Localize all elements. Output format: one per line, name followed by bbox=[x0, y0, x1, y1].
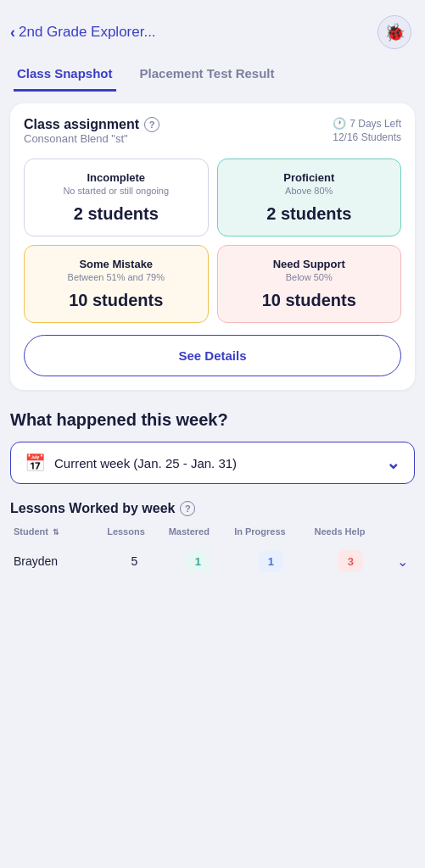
app-header: ‹ 2nd Grade Explorer... 🐞 bbox=[0, 0, 425, 59]
tab-bar: Class Snapshot Placement Test Result bbox=[0, 59, 425, 92]
stat-value-need-support: 10 students bbox=[228, 291, 391, 310]
back-label: 2nd Grade Explorer... bbox=[19, 24, 156, 41]
table-body: Brayden 5 1 1 3 ⌄ bbox=[10, 543, 415, 579]
assignment-card: Class assignment ? Consonant Blend "st" … bbox=[10, 103, 415, 390]
students-count: 12/16 Students bbox=[333, 131, 401, 143]
main-content: Class assignment ? Consonant Blend "st" … bbox=[0, 92, 425, 596]
lessons-help-icon[interactable]: ? bbox=[180, 501, 195, 516]
cell-in-progress: 1 bbox=[231, 543, 310, 579]
week-label: Current week (Jan. 25 - Jan. 31) bbox=[54, 456, 377, 470]
stats-grid: Incomplete No started or still ongoing 2… bbox=[24, 159, 401, 323]
assignment-subtitle: Consonant Blend "st" bbox=[24, 132, 159, 145]
stat-sublabel-proficient: Above 80% bbox=[228, 186, 391, 196]
stat-value-incomplete: 2 students bbox=[35, 204, 198, 224]
row-chevron-icon: ⌄ bbox=[397, 554, 408, 569]
assignment-meta: 🕐 7 Days Left 12/16 Students bbox=[333, 117, 401, 143]
avatar-emoji: 🐞 bbox=[384, 22, 405, 42]
assignment-header: Class assignment ? Consonant Blend "st" … bbox=[24, 117, 401, 157]
stat-card-incomplete: Incomplete No started or still ongoing 2… bbox=[24, 159, 209, 236]
stat-card-some-mistake: Some Mistake Between 51% and 79% 10 stud… bbox=[24, 245, 209, 323]
stat-value-some-mistake: 10 students bbox=[35, 291, 198, 310]
badge-needs-help: 3 bbox=[338, 550, 363, 572]
help-icon[interactable]: ? bbox=[144, 117, 159, 132]
badge-in-progress: 1 bbox=[258, 550, 283, 572]
cell-needs-help: 3 bbox=[311, 543, 391, 579]
week-selector[interactable]: 📅 Current week (Jan. 25 - Jan. 31) ⌄ bbox=[10, 442, 415, 484]
stat-sublabel-some-mistake: Between 51% and 79% bbox=[35, 272, 198, 282]
col-header-student: Student ⇅ bbox=[10, 526, 103, 543]
assignment-title: Class assignment ? bbox=[24, 117, 159, 132]
stat-label-proficient: Proficient bbox=[228, 171, 391, 184]
stat-card-need-support: Need Support Below 50% 10 students bbox=[217, 245, 402, 323]
badge-mastered: 1 bbox=[185, 550, 210, 572]
days-left: 🕐 7 Days Left bbox=[333, 117, 401, 130]
tab-class-snapshot[interactable]: Class Snapshot bbox=[14, 59, 116, 92]
chevron-down-icon: ⌄ bbox=[386, 453, 400, 473]
back-button[interactable]: ‹ 2nd Grade Explorer... bbox=[10, 24, 156, 42]
sort-arrows-icon[interactable]: ⇅ bbox=[53, 528, 59, 537]
calendar-icon: 📅 bbox=[25, 453, 46, 473]
col-header-lessons: Lessons bbox=[103, 526, 165, 543]
back-chevron-icon: ‹ bbox=[10, 24, 15, 42]
stat-value-proficient: 2 students bbox=[228, 204, 391, 224]
see-details-button[interactable]: See Details bbox=[24, 335, 401, 376]
col-header-expand bbox=[390, 526, 415, 543]
weekly-section: What happened this week? 📅 Current week … bbox=[10, 410, 415, 579]
col-header-mastered: Mastered bbox=[165, 526, 232, 543]
stat-sublabel-incomplete: No started or still ongoing bbox=[35, 186, 198, 196]
col-header-in-progress: In Progress bbox=[231, 526, 310, 543]
stat-sublabel-need-support: Below 50% bbox=[228, 272, 391, 282]
stat-label-some-mistake: Some Mistake bbox=[35, 258, 198, 270]
cell-student-name: Brayden bbox=[10, 543, 103, 579]
col-header-needs-help: Needs Help bbox=[311, 526, 391, 543]
stat-card-proficient: Proficient Above 80% 2 students bbox=[217, 159, 402, 236]
cell-mastered: 1 bbox=[165, 543, 232, 579]
stat-label-incomplete: Incomplete bbox=[35, 171, 198, 184]
cell-row-expand[interactable]: ⌄ bbox=[390, 543, 415, 579]
assignment-title-group: Class assignment ? Consonant Blend "st" bbox=[24, 117, 159, 157]
table-header: Student ⇅ Lessons Mastered In Progress N… bbox=[10, 526, 415, 543]
avatar[interactable]: 🐞 bbox=[377, 15, 411, 49]
cell-lessons: 5 bbox=[103, 543, 165, 579]
clock-icon: 🕐 bbox=[333, 117, 346, 130]
lessons-table: Student ⇅ Lessons Mastered In Progress N… bbox=[10, 526, 415, 579]
tab-placement-test[interactable]: Placement Test Result bbox=[137, 59, 278, 92]
weekly-section-title: What happened this week? bbox=[10, 410, 415, 430]
stat-label-need-support: Need Support bbox=[228, 258, 391, 270]
lessons-section-title: Lessons Worked by week ? bbox=[10, 501, 415, 516]
table-row: Brayden 5 1 1 3 ⌄ bbox=[10, 543, 415, 579]
